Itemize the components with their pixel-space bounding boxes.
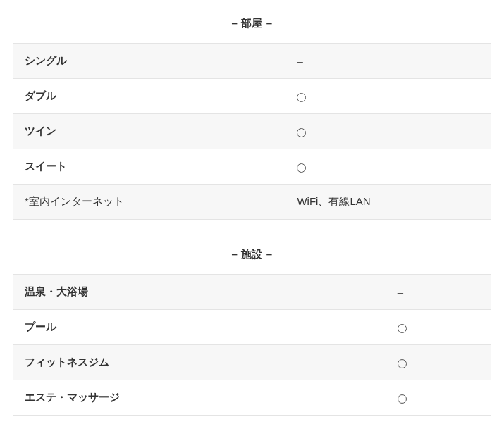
section-title-facilities: – 施設 – bbox=[13, 248, 491, 261]
table-row: フィットネスジム bbox=[13, 345, 491, 380]
section-title-rooms: – 部屋 – bbox=[13, 17, 491, 30]
row-label: エステ・マッサージ bbox=[13, 380, 386, 416]
table-row: *室内インターネット WiFi、有線LAN bbox=[13, 185, 491, 220]
table-row: 温泉・大浴場 – bbox=[13, 275, 491, 310]
rooms-table: シングル – ダブル ツイン スイート *室内インターネット WiFi、有線LA… bbox=[13, 43, 491, 220]
circle-icon bbox=[297, 163, 306, 173]
row-label: *室内インターネット bbox=[13, 185, 285, 220]
row-label: プール bbox=[13, 310, 386, 345]
row-label: フィットネスジム bbox=[13, 345, 386, 380]
row-label: スイート bbox=[13, 149, 285, 185]
circle-icon bbox=[398, 359, 407, 368]
row-label: 温泉・大浴場 bbox=[13, 275, 386, 310]
row-value bbox=[386, 345, 491, 380]
row-label: シングル bbox=[13, 44, 285, 79]
circle-icon bbox=[297, 93, 306, 102]
row-value: – bbox=[386, 275, 491, 310]
row-value bbox=[285, 114, 491, 149]
row-label: ツイン bbox=[13, 114, 285, 149]
dash-icon: – bbox=[398, 286, 403, 298]
row-value: – bbox=[285, 44, 491, 79]
table-row: シングル – bbox=[13, 44, 491, 79]
facilities-table: 温泉・大浴場 – プール フィットネスジム エステ・マッサージ bbox=[13, 274, 491, 416]
row-value bbox=[285, 149, 491, 185]
row-label: ダブル bbox=[13, 79, 285, 114]
circle-icon bbox=[297, 128, 306, 137]
row-value bbox=[285, 79, 491, 114]
row-value bbox=[386, 380, 491, 416]
table-row: スイート bbox=[13, 149, 491, 185]
circle-icon bbox=[398, 324, 407, 333]
dash-icon: – bbox=[297, 55, 302, 67]
row-value bbox=[386, 310, 491, 345]
table-row: ツイン bbox=[13, 114, 491, 149]
row-value: WiFi、有線LAN bbox=[285, 185, 491, 220]
circle-icon bbox=[398, 394, 407, 404]
table-row: エステ・マッサージ bbox=[13, 380, 491, 416]
table-row: ダブル bbox=[13, 79, 491, 114]
table-row: プール bbox=[13, 310, 491, 345]
